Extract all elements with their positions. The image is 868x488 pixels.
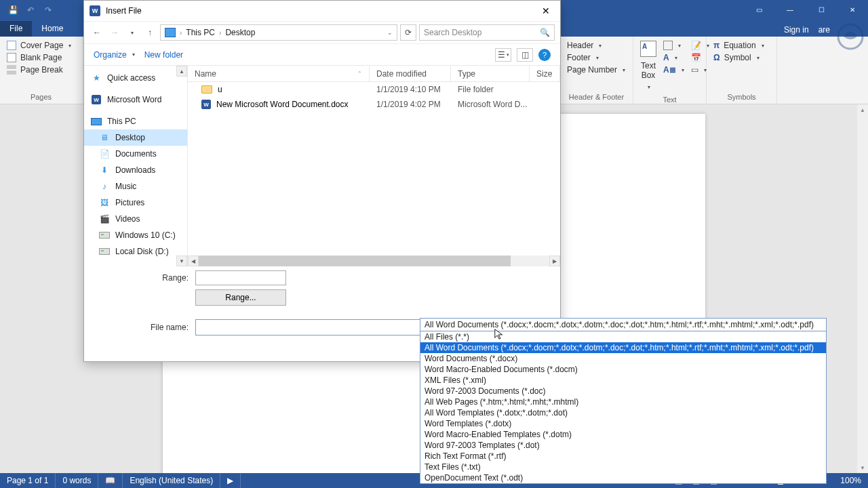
filetype-list: All Files (*.*)All Word Documents (*.doc…: [420, 331, 826, 483]
cover-page-button[interactable]: Cover Page▾: [7, 41, 71, 50]
navpane-scroll-down[interactable]: ▼: [176, 256, 187, 266]
ribbon-mode-icon[interactable]: ▭: [743, 0, 774, 19]
filetype-option[interactable]: Word 97-2003 Documents (*.doc): [420, 386, 826, 396]
nav-up-button[interactable]: ↑: [142, 25, 157, 40]
file-row[interactable]: WNew Microsoft Word Document.docx1/1/201…: [188, 97, 560, 112]
group-hf-label: Header & Footer: [560, 92, 633, 104]
filetype-option[interactable]: Word Templates (*.dotx): [420, 418, 826, 429]
wordart-icon[interactable]: A▾: [663, 53, 684, 62]
status-lang[interactable]: English (United States): [123, 473, 220, 488]
status-macro-icon[interactable]: ▶: [220, 473, 241, 488]
insert-file-dialog: W Insert File ✕ ← → ▾ ↑ › This PC › Desk…: [83, 0, 561, 362]
filetype-option[interactable]: All Files (*.*): [420, 331, 826, 342]
hscroll-left[interactable]: ◀: [188, 256, 199, 266]
folder-icon: [201, 85, 212, 94]
file-date: 1/1/2019 4:02 PM: [370, 100, 451, 109]
filetype-option[interactable]: Word Documents (*.docx): [420, 353, 826, 364]
filetype-option[interactable]: OpenDocument Text (*.odt): [420, 472, 826, 483]
header-button[interactable]: Header▾: [567, 41, 601, 50]
file-row[interactable]: u1/1/2019 4:10 PMFile folder: [188, 82, 560, 97]
file-name: New Microsoft Word Document.docx: [216, 100, 349, 109]
doc-vscroll[interactable]: ▲ ▼: [857, 104, 868, 473]
nav-downloads[interactable]: ⬇Downloads: [84, 162, 187, 178]
filetype-option[interactable]: Rich Text Format (*.rtf): [420, 451, 826, 462]
tab-file[interactable]: File: [0, 21, 32, 37]
preview-pane-button[interactable]: ◫: [517, 48, 533, 62]
equation-button[interactable]: πEquation▾: [713, 41, 764, 50]
win-close[interactable]: ✕: [837, 0, 868, 19]
nav-back-button[interactable]: ←: [90, 25, 104, 40]
nav-ddrive[interactable]: Local Disk (D:): [84, 243, 187, 260]
quickparts-icon[interactable]: ▾: [663, 41, 684, 50]
nav-quick-access[interactable]: ★Quick access: [84, 70, 187, 86]
blank-page-button[interactable]: Blank Page: [7, 53, 62, 62]
filetype-option[interactable]: All Web Pages (*.htm;*.html;*.mht;*.mhtm…: [420, 396, 826, 407]
search-placeholder: Search Desktop: [424, 28, 481, 37]
nav-music[interactable]: ♪Music: [84, 178, 187, 195]
share-button[interactable]: are: [818, 25, 830, 35]
col-size[interactable]: Size: [530, 66, 560, 81]
page-break-button[interactable]: Page Break: [7, 65, 63, 75]
filetype-option[interactable]: Word 97-2003 Templates (*.dot): [420, 440, 826, 451]
win-max[interactable]: ☐: [806, 0, 837, 19]
nav-this-pc[interactable]: This PC: [84, 113, 187, 129]
organize-button[interactable]: Organize▾: [94, 50, 135, 60]
status-words[interactable]: 0 words: [56, 473, 98, 488]
win-min[interactable]: —: [774, 0, 806, 19]
hscroll-right[interactable]: ▶: [549, 256, 560, 266]
col-name[interactable]: Name⌃: [188, 66, 370, 81]
help-button[interactable]: ?: [538, 49, 551, 61]
nav-desktop[interactable]: 🖥Desktop: [84, 129, 187, 146]
filetype-option[interactable]: Word Macro-Enabled Templates (*.dotm): [420, 429, 826, 440]
filetype-option[interactable]: Text Files (*.txt): [420, 462, 826, 472]
view-mode-button[interactable]: ☰▾: [495, 48, 511, 62]
filename-label: File name:: [94, 323, 189, 332]
filetype-current[interactable]: All Word Documents (*.docx;*.docm;*.dotx…: [420, 319, 826, 331]
symbol-button[interactable]: ΩSymbol▾: [713, 53, 760, 62]
zoom-value[interactable]: 100%: [833, 476, 868, 485]
crumb-thispc[interactable]: This PC: [186, 28, 215, 37]
nav-recent-dropdown[interactable]: ▾: [125, 25, 140, 40]
nav-pictures[interactable]: 🖼Pictures: [84, 195, 187, 211]
refresh-button[interactable]: ⟳: [400, 24, 416, 41]
qat-redo[interactable]: ↷: [41, 3, 56, 18]
filetype-combo[interactable]: All Word Documents (*.docx;*.docm;*.dotx…: [420, 318, 827, 484]
nav-cdrive[interactable]: Windows 10 (C:): [84, 227, 187, 243]
file-list-pane: Name⌃ Date modified Type Size u1/1/2019 …: [188, 66, 560, 266]
filetype-option[interactable]: XML Files (*.xml): [420, 375, 826, 386]
file-list-header: Name⌃ Date modified Type Size: [188, 66, 560, 82]
group-symbols-label: Symbols: [707, 92, 776, 104]
page-number-button[interactable]: Page Number▾: [567, 65, 625, 75]
range-label: Range:: [94, 273, 189, 283]
address-bar[interactable]: › This PC › Desktop ⌄: [160, 24, 397, 41]
range-button[interactable]: Range...: [195, 289, 286, 306]
status-proof-icon[interactable]: 📖: [98, 473, 123, 488]
nav-documents[interactable]: 📄Documents: [84, 146, 187, 162]
footer-button[interactable]: Footer▾: [567, 53, 599, 62]
col-type[interactable]: Type: [451, 66, 530, 81]
crumb-desktop[interactable]: Desktop: [225, 28, 255, 37]
navpane-scroll-up[interactable]: ▲: [176, 66, 187, 77]
search-input[interactable]: Search Desktop 🔍: [419, 24, 555, 41]
nav-videos[interactable]: 🎬Videos: [84, 211, 187, 227]
dialog-close-button[interactable]: ✕: [537, 2, 555, 20]
tab-home[interactable]: Home: [32, 21, 73, 37]
signin-link[interactable]: Sign in are: [778, 23, 835, 37]
file-hscroll[interactable]: [199, 256, 549, 266]
nav-ms-word[interactable]: WMicrosoft Word: [84, 92, 187, 108]
range-input[interactable]: [195, 270, 286, 285]
dialog-title: Insert File: [106, 6, 142, 16]
filetype-option[interactable]: All Word Templates (*.dotx;*.dotm;*.dot): [420, 407, 826, 418]
filetype-option[interactable]: All Word Documents (*.docx;*.docm;*.dotx…: [420, 342, 826, 353]
qat-undo[interactable]: ↶: [23, 3, 38, 18]
textbox-button[interactable]: AText Box▾: [640, 41, 656, 90]
nav-forward-button[interactable]: →: [107, 25, 122, 40]
new-folder-button[interactable]: New folder: [144, 50, 183, 60]
col-date[interactable]: Date modified: [370, 66, 451, 81]
status-page[interactable]: Page 1 of 1: [0, 473, 56, 488]
file-date: 1/1/2019 4:10 PM: [370, 85, 451, 94]
file-name: u: [218, 85, 222, 94]
filetype-option[interactable]: Word Macro-Enabled Documents (*.docm): [420, 364, 826, 375]
qat-save[interactable]: 💾: [5, 3, 20, 18]
dropcap-icon[interactable]: A≣▾: [663, 65, 684, 75]
